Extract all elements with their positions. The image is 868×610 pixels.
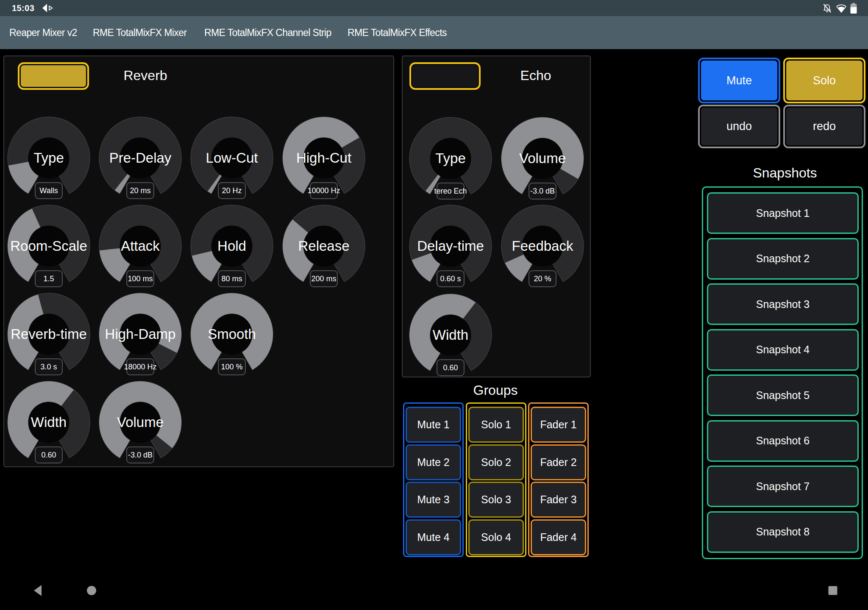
knob-label: Smooth bbox=[208, 326, 256, 342]
knob-value-box: 100 ms bbox=[126, 270, 154, 287]
echo-panel-title: Echo bbox=[520, 68, 551, 83]
knob-value-box: 100 % bbox=[218, 358, 246, 375]
groups-title: Groups bbox=[473, 383, 518, 398]
knob-label: Width bbox=[31, 414, 67, 430]
knob-label: Delay-time bbox=[417, 238, 484, 254]
knob-value: 0.60 bbox=[443, 363, 458, 372]
solo-button[interactable]: Solo bbox=[783, 58, 865, 103]
knob-value: 3.0 s bbox=[40, 363, 57, 372]
knob-value: 80 ms bbox=[221, 274, 242, 283]
group-button-fader-1[interactable]: Fader 1 bbox=[531, 407, 586, 443]
knob-value: 200 ms bbox=[311, 274, 336, 283]
status-right-icons bbox=[822, 0, 857, 16]
knob-value: tereo Ech bbox=[434, 187, 467, 196]
knob-value: 20 Hz bbox=[222, 186, 242, 195]
group-button-fader-2[interactable]: Fader 2 bbox=[531, 444, 586, 480]
snapshot-button-1[interactable]: Snapshot 1 bbox=[707, 192, 859, 234]
tab-rme-effects[interactable]: RME TotalMixFX Effects bbox=[348, 16, 447, 49]
screen: 15:03 bbox=[0, 0, 868, 610]
group-button-solo-2[interactable]: Solo 2 bbox=[468, 444, 524, 480]
button-label: redo bbox=[786, 108, 862, 145]
knob-reverb-room-scale[interactable]: Room-Scale1.5 bbox=[6, 204, 91, 288]
knob-reverb-smooth[interactable]: Smooth100 % bbox=[189, 292, 274, 377]
snapshot-button-4[interactable]: Snapshot 4 bbox=[707, 329, 859, 371]
group-button-solo-4[interactable]: Solo 4 bbox=[468, 519, 524, 555]
button-label: undo bbox=[701, 108, 777, 145]
knob-value-box: 10000 Hz bbox=[310, 182, 338, 199]
knob-value-box: 20 Hz bbox=[218, 182, 246, 199]
knob-echo-width[interactable]: Width0.60 bbox=[408, 293, 493, 377]
mute-button[interactable]: Mute bbox=[698, 58, 780, 103]
knob-label: Attack bbox=[121, 238, 160, 254]
redo-button[interactable]: redo bbox=[783, 105, 865, 148]
knob-reverb-high-damp[interactable]: High-Damp18000 Hz bbox=[98, 292, 183, 377]
knob-reverb-low-cut[interactable]: Low-Cut20 Hz bbox=[189, 116, 274, 200]
group-button-mute-3[interactable]: Mute 3 bbox=[406, 482, 461, 518]
nav-bar bbox=[0, 571, 868, 610]
knob-echo-delay-time[interactable]: Delay-time0.60 s bbox=[408, 204, 493, 288]
knob-reverb-attack[interactable]: Attack100 ms bbox=[98, 204, 183, 288]
snapshot-button-8[interactable]: Snapshot 8 bbox=[707, 511, 859, 553]
knob-value-box: -3.0 dB bbox=[529, 183, 556, 200]
undo-button[interactable]: undo bbox=[698, 105, 780, 148]
knob-value: 1.5 bbox=[43, 274, 54, 283]
group-button-mute-2[interactable]: Mute 2 bbox=[406, 444, 461, 480]
knob-value-box: 0.60 bbox=[437, 359, 465, 376]
knob-value: 10000 Hz bbox=[307, 186, 340, 195]
knob-label: Type bbox=[435, 150, 466, 166]
group-button-fader-4[interactable]: Fader 4 bbox=[531, 519, 586, 555]
knob-label: Type bbox=[33, 150, 64, 166]
home-icon[interactable] bbox=[86, 585, 97, 596]
group-button-mute-1[interactable]: Mute 1 bbox=[406, 407, 461, 443]
snapshots-title: Snapshots bbox=[753, 165, 817, 181]
knob-reverb-width[interactable]: Width0.60 bbox=[6, 380, 91, 465]
snapshot-button-6[interactable]: Snapshot 6 bbox=[707, 420, 859, 462]
knob-reverb-high-cut[interactable]: High-Cut10000 Hz bbox=[281, 116, 366, 200]
echo-enable-toggle[interactable] bbox=[409, 62, 481, 90]
group-button-solo-3[interactable]: Solo 3 bbox=[468, 482, 524, 518]
knob-value-box: 3.0 s bbox=[35, 358, 63, 375]
tab-reaper-mixer[interactable]: Reaper Mixer v2 bbox=[9, 16, 77, 49]
snapshot-button-3[interactable]: Snapshot 3 bbox=[707, 283, 859, 325]
notifications-off-icon bbox=[822, 3, 832, 14]
group-button-fader-3[interactable]: Fader 3 bbox=[531, 482, 586, 518]
knob-reverb-pre-delay[interactable]: Pre-Delay20 ms bbox=[98, 116, 183, 200]
knob-value: 20 ms bbox=[130, 186, 150, 195]
knob-value: 20 % bbox=[534, 274, 551, 283]
knob-echo-feedback[interactable]: Feedback20 % bbox=[500, 204, 585, 288]
sound-icon bbox=[42, 4, 55, 14]
status-bar: 15:03 bbox=[0, 0, 868, 16]
recents-icon[interactable] bbox=[828, 586, 837, 595]
knob-value-box: 20 ms bbox=[126, 182, 154, 199]
tab-rme-mixer[interactable]: RME TotalMixFX Mixer bbox=[93, 16, 186, 49]
knob-reverb-volume[interactable]: Volume-3.0 dB bbox=[98, 380, 183, 465]
snapshot-button-2[interactable]: Snapshot 2 bbox=[707, 238, 859, 280]
back-icon[interactable] bbox=[33, 585, 43, 596]
knob-label: Reverb-time bbox=[11, 326, 87, 342]
knob-label: Feedback bbox=[512, 238, 573, 254]
knob-reverb-reverb-time[interactable]: Reverb-time3.0 s bbox=[6, 292, 91, 377]
knob-value: -3.0 dB bbox=[530, 187, 555, 196]
group-button-solo-1[interactable]: Solo 1 bbox=[468, 407, 524, 443]
knob-label: Low-Cut bbox=[206, 150, 258, 166]
group-button-mute-4[interactable]: Mute 4 bbox=[406, 519, 461, 555]
knob-reverb-release[interactable]: Release200 ms bbox=[281, 204, 366, 288]
battery-icon bbox=[850, 3, 857, 14]
knob-reverb-type[interactable]: TypeWalls bbox=[6, 116, 91, 200]
reverb-enable-toggle[interactable] bbox=[18, 62, 89, 90]
reverb-enable-fill bbox=[21, 65, 86, 87]
tab-rme-channel-strip[interactable]: RME TotalMixFX Channel Strip bbox=[204, 16, 331, 49]
knob-value: Walls bbox=[39, 186, 58, 195]
knob-value-box: 200 ms bbox=[310, 270, 338, 287]
knob-echo-volume[interactable]: Volume-3.0 dB bbox=[500, 116, 585, 201]
knob-label: Width bbox=[433, 327, 468, 343]
knob-reverb-hold[interactable]: Hold80 ms bbox=[189, 204, 274, 288]
status-time: 15:03 bbox=[12, 0, 34, 16]
knob-label: Volume bbox=[117, 414, 164, 430]
knob-label: High-Cut bbox=[296, 150, 351, 166]
knob-echo-type[interactable]: Typetereo Ech bbox=[408, 116, 493, 201]
snapshot-button-7[interactable]: Snapshot 7 bbox=[707, 466, 859, 507]
knob-label: Pre-Delay bbox=[109, 150, 172, 166]
snapshot-button-5[interactable]: Snapshot 5 bbox=[707, 374, 859, 416]
knob-label: High-Damp bbox=[105, 326, 176, 342]
